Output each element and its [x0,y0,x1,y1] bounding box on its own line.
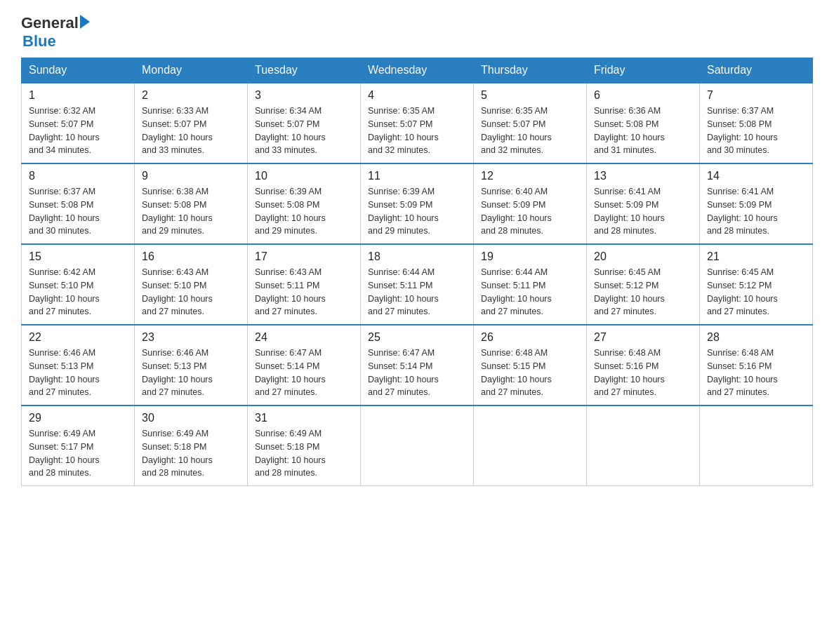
day-info: Sunrise: 6:40 AM Sunset: 5:09 PM Dayligh… [481,185,579,238]
day-info: Sunrise: 6:44 AM Sunset: 5:11 PM Dayligh… [481,266,579,318]
day-info: Sunrise: 6:47 AM Sunset: 5:14 PM Dayligh… [368,347,466,399]
day-info: Sunrise: 6:39 AM Sunset: 5:08 PM Dayligh… [255,185,353,238]
calendar-day-cell: 16 Sunrise: 6:43 AM Sunset: 5:10 PM Dayl… [135,244,248,325]
calendar-day-cell: 20 Sunrise: 6:45 AM Sunset: 5:12 PM Dayl… [587,244,700,325]
calendar-day-cell [361,405,474,486]
calendar-week-row: 15 Sunrise: 6:42 AM Sunset: 5:10 PM Dayl… [22,244,813,325]
day-info: Sunrise: 6:49 AM Sunset: 5:18 PM Dayligh… [255,427,353,480]
calendar-day-cell: 29 Sunrise: 6:49 AM Sunset: 5:17 PM Dayl… [22,405,135,486]
calendar-day-header: Monday [135,58,248,83]
calendar-day-cell: 27 Sunrise: 6:48 AM Sunset: 5:16 PM Dayl… [587,325,700,405]
day-number: 15 [29,250,127,263]
day-info: Sunrise: 6:43 AM Sunset: 5:11 PM Dayligh… [255,266,353,318]
calendar-day-cell: 26 Sunrise: 6:48 AM Sunset: 5:15 PM Dayl… [474,325,587,405]
day-number: 22 [29,331,127,344]
page-header: General Blue [21,14,813,51]
day-info: Sunrise: 6:48 AM Sunset: 5:15 PM Dayligh… [481,347,579,399]
day-number: 26 [481,331,579,344]
logo: General Blue [21,14,90,51]
day-info: Sunrise: 6:42 AM Sunset: 5:10 PM Dayligh… [29,266,127,318]
day-info: Sunrise: 6:37 AM Sunset: 5:08 PM Dayligh… [707,105,805,157]
day-number: 12 [481,170,579,182]
day-number: 19 [481,250,579,263]
day-number: 16 [142,250,240,263]
day-number: 13 [594,170,692,182]
calendar-day-header: Saturday [700,58,813,83]
day-info: Sunrise: 6:41 AM Sunset: 5:09 PM Dayligh… [707,185,805,238]
day-number: 1 [29,89,127,102]
logo-arrow-icon [80,15,90,29]
day-info: Sunrise: 6:41 AM Sunset: 5:09 PM Dayligh… [594,185,692,238]
calendar-table: SundayMondayTuesdayWednesdayThursdayFrid… [21,58,813,486]
day-number: 5 [481,89,579,102]
day-info: Sunrise: 6:32 AM Sunset: 5:07 PM Dayligh… [29,105,127,157]
calendar-day-header: Sunday [22,58,135,83]
calendar-day-cell: 21 Sunrise: 6:45 AM Sunset: 5:12 PM Dayl… [700,244,813,325]
calendar-week-row: 8 Sunrise: 6:37 AM Sunset: 5:08 PM Dayli… [22,163,813,244]
day-info: Sunrise: 6:48 AM Sunset: 5:16 PM Dayligh… [707,347,805,399]
calendar-day-cell: 11 Sunrise: 6:39 AM Sunset: 5:09 PM Dayl… [361,163,474,244]
day-number: 30 [142,412,240,424]
calendar-day-cell: 18 Sunrise: 6:44 AM Sunset: 5:11 PM Dayl… [361,244,474,325]
day-info: Sunrise: 6:45 AM Sunset: 5:12 PM Dayligh… [707,266,805,318]
calendar-day-cell: 3 Sunrise: 6:34 AM Sunset: 5:07 PM Dayli… [248,83,361,163]
calendar-day-cell: 14 Sunrise: 6:41 AM Sunset: 5:09 PM Dayl… [700,163,813,244]
day-number: 25 [368,331,466,344]
day-number: 27 [594,331,692,344]
calendar-day-cell: 6 Sunrise: 6:36 AM Sunset: 5:08 PM Dayli… [587,83,700,163]
calendar-day-cell: 25 Sunrise: 6:47 AM Sunset: 5:14 PM Dayl… [361,325,474,405]
day-number: 31 [255,412,353,424]
calendar-day-cell [474,405,587,486]
day-info: Sunrise: 6:46 AM Sunset: 5:13 PM Dayligh… [142,347,240,399]
day-info: Sunrise: 6:46 AM Sunset: 5:13 PM Dayligh… [29,347,127,399]
logo-general-text: General [21,14,79,32]
day-number: 24 [255,331,353,344]
calendar-day-cell: 5 Sunrise: 6:35 AM Sunset: 5:07 PM Dayli… [474,83,587,163]
calendar-day-cell: 22 Sunrise: 6:46 AM Sunset: 5:13 PM Dayl… [22,325,135,405]
calendar-day-cell: 8 Sunrise: 6:37 AM Sunset: 5:08 PM Dayli… [22,163,135,244]
calendar-day-cell: 31 Sunrise: 6:49 AM Sunset: 5:18 PM Dayl… [248,405,361,486]
day-number: 28 [707,331,805,344]
calendar-day-cell: 2 Sunrise: 6:33 AM Sunset: 5:07 PM Dayli… [135,83,248,163]
day-number: 9 [142,170,240,182]
calendar-day-header: Wednesday [361,58,474,83]
calendar-day-header: Friday [587,58,700,83]
day-number: 29 [29,412,127,424]
day-number: 14 [707,170,805,182]
day-info: Sunrise: 6:39 AM Sunset: 5:09 PM Dayligh… [368,185,466,238]
calendar-day-header: Thursday [474,58,587,83]
day-info: Sunrise: 6:34 AM Sunset: 5:07 PM Dayligh… [255,105,353,157]
day-info: Sunrise: 6:35 AM Sunset: 5:07 PM Dayligh… [368,105,466,157]
day-info: Sunrise: 6:44 AM Sunset: 5:11 PM Dayligh… [368,266,466,318]
calendar-day-cell: 30 Sunrise: 6:49 AM Sunset: 5:18 PM Dayl… [135,405,248,486]
calendar-day-cell: 13 Sunrise: 6:41 AM Sunset: 5:09 PM Dayl… [587,163,700,244]
day-number: 20 [594,250,692,263]
calendar-day-cell: 28 Sunrise: 6:48 AM Sunset: 5:16 PM Dayl… [700,325,813,405]
calendar-day-cell: 12 Sunrise: 6:40 AM Sunset: 5:09 PM Dayl… [474,163,587,244]
day-number: 2 [142,89,240,102]
logo-blue-text: Blue [22,32,90,51]
calendar-day-cell [700,405,813,486]
calendar-day-header: Tuesday [248,58,361,83]
day-info: Sunrise: 6:49 AM Sunset: 5:18 PM Dayligh… [142,427,240,480]
calendar-day-cell: 19 Sunrise: 6:44 AM Sunset: 5:11 PM Dayl… [474,244,587,325]
day-number: 10 [255,170,353,182]
day-info: Sunrise: 6:33 AM Sunset: 5:07 PM Dayligh… [142,105,240,157]
day-info: Sunrise: 6:49 AM Sunset: 5:17 PM Dayligh… [29,427,127,480]
calendar-day-cell [587,405,700,486]
calendar-day-cell: 24 Sunrise: 6:47 AM Sunset: 5:14 PM Dayl… [248,325,361,405]
day-number: 21 [707,250,805,263]
day-info: Sunrise: 6:37 AM Sunset: 5:08 PM Dayligh… [29,185,127,238]
day-number: 7 [707,89,805,102]
calendar-day-cell: 17 Sunrise: 6:43 AM Sunset: 5:11 PM Dayl… [248,244,361,325]
day-info: Sunrise: 6:36 AM Sunset: 5:08 PM Dayligh… [594,105,692,157]
calendar-week-row: 29 Sunrise: 6:49 AM Sunset: 5:17 PM Dayl… [22,405,813,486]
day-info: Sunrise: 6:35 AM Sunset: 5:07 PM Dayligh… [481,105,579,157]
day-info: Sunrise: 6:43 AM Sunset: 5:10 PM Dayligh… [142,266,240,318]
day-info: Sunrise: 6:48 AM Sunset: 5:16 PM Dayligh… [594,347,692,399]
calendar-day-cell: 23 Sunrise: 6:46 AM Sunset: 5:13 PM Dayl… [135,325,248,405]
calendar-day-cell: 9 Sunrise: 6:38 AM Sunset: 5:08 PM Dayli… [135,163,248,244]
day-number: 17 [255,250,353,263]
day-number: 23 [142,331,240,344]
calendar-day-cell: 1 Sunrise: 6:32 AM Sunset: 5:07 PM Dayli… [22,83,135,163]
